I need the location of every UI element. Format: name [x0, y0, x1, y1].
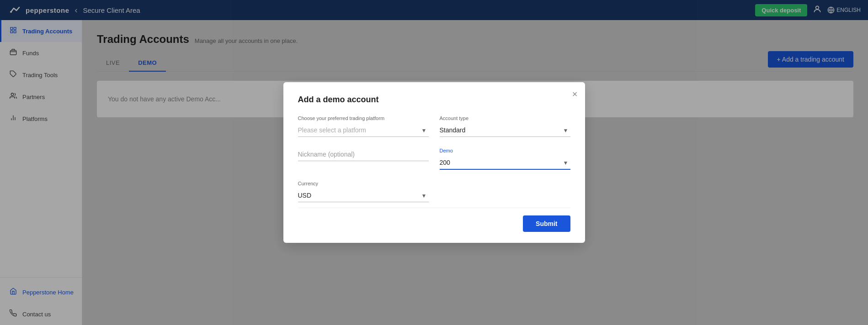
nickname-wrapper: [298, 148, 429, 161]
demo-balance-wrapper: 200 500 1000 5000 ▼: [440, 156, 570, 170]
nickname-field: [298, 148, 429, 170]
submit-button[interactable]: Submit: [523, 215, 570, 232]
platform-label: Choose your preferred trading platform: [298, 115, 429, 121]
platform-wrapper: Please select a platform ▼: [298, 124, 429, 137]
account-type-field: Account type Standard Razor ▼: [440, 115, 570, 137]
currency-field: Currency USD EUR GBP ▼: [298, 181, 429, 202]
modal-title: Add a demo account: [298, 95, 570, 105]
platform-field: Choose your preferred trading platform P…: [298, 115, 429, 137]
modal-footer: Submit: [298, 208, 570, 232]
form-row-1: Choose your preferred trading platform P…: [298, 115, 570, 137]
modal-close-button[interactable]: ×: [572, 89, 578, 99]
modal-overlay[interactable]: Add a demo account × Choose your preferr…: [0, 0, 868, 325]
nickname-input[interactable]: [298, 148, 429, 161]
account-type-label: Account type: [440, 115, 570, 121]
platform-select[interactable]: Please select a platform: [298, 124, 429, 137]
spacer: [440, 181, 570, 202]
add-demo-account-modal: Add a demo account × Choose your preferr…: [283, 82, 585, 243]
currency-label: Currency: [298, 181, 429, 186]
form-row-3: Currency USD EUR GBP ▼: [298, 181, 570, 202]
demo-balance-label: Demo: [440, 148, 570, 153]
account-type-wrapper: Standard Razor ▼: [440, 124, 570, 137]
currency-select[interactable]: USD EUR GBP: [298, 189, 429, 202]
currency-wrapper: USD EUR GBP ▼: [298, 189, 429, 202]
demo-balance-field: Demo 200 500 1000 5000 ▼: [440, 148, 570, 170]
demo-balance-select[interactable]: 200 500 1000 5000: [440, 156, 570, 170]
form-row-2: Demo 200 500 1000 5000 ▼: [298, 148, 570, 170]
account-type-select[interactable]: Standard Razor: [440, 124, 570, 137]
